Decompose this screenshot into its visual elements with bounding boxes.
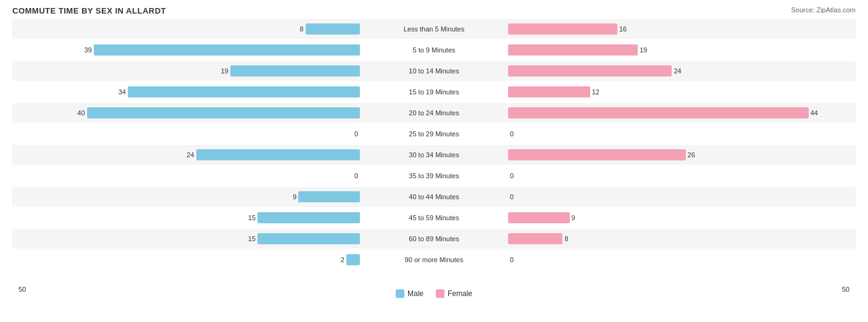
male-bar — [298, 191, 360, 202]
legend-female-label: Female — [448, 289, 472, 298]
chart-row: 10 to 14 Minutes1924 — [12, 61, 856, 81]
male-bar — [257, 212, 360, 223]
female-bar — [508, 44, 638, 56]
male-value: 9 — [293, 193, 296, 200]
chart-container: COMMUTE TIME BY SEX IN ALLARDT Source: Z… — [0, 0, 868, 322]
axis-right-label: 50 — [842, 286, 849, 298]
male-value: 19 — [221, 67, 228, 75]
row-label: 30 to 34 Minutes — [409, 151, 459, 159]
chart-row: Less than 5 Minutes816 — [12, 19, 856, 39]
female-value: 0 — [510, 172, 514, 180]
male-bar — [230, 65, 360, 76]
male-value: 34 — [119, 88, 126, 96]
female-bar — [508, 107, 809, 118]
female-bar — [508, 149, 686, 160]
chart-row: 90 or more Minutes20 — [12, 250, 856, 270]
male-value: 0 — [354, 172, 358, 180]
male-bar — [196, 149, 360, 160]
male-bar — [94, 44, 360, 56]
male-bar — [306, 23, 360, 35]
female-value: 0 — [510, 256, 514, 263]
row-label: 25 to 29 Minutes — [409, 130, 459, 138]
axis-left-label: 50 — [19, 286, 26, 298]
female-bar — [508, 233, 562, 244]
row-label: Less than 5 Minutes — [404, 25, 464, 33]
row-label: 45 to 59 Minutes — [409, 214, 459, 221]
chart-row: 25 to 29 Minutes00 — [12, 124, 856, 144]
female-value: 16 — [619, 25, 627, 33]
legend-male: Male — [396, 289, 424, 298]
legend: Male Female — [396, 289, 472, 298]
row-label: 20 to 24 Minutes — [409, 109, 459, 117]
source-text: Source: ZipAtlas.com — [791, 6, 856, 14]
chart-row: 20 to 24 Minutes4044 — [12, 103, 856, 123]
female-value: 19 — [640, 46, 647, 54]
chart-row: 60 to 89 Minutes158 — [12, 229, 856, 249]
chart-row: 5 to 9 Minutes3919 — [12, 40, 856, 60]
legend-female: Female — [436, 289, 472, 298]
female-value: 0 — [510, 130, 514, 138]
female-bar — [508, 86, 590, 97]
chart-row: 30 to 34 Minutes2426 — [12, 145, 856, 165]
female-value: 26 — [688, 151, 695, 159]
legend-male-box — [396, 289, 404, 298]
row-label: 60 to 89 Minutes — [409, 235, 459, 242]
female-value: 0 — [510, 193, 514, 200]
female-value: 44 — [811, 109, 818, 117]
row-label: 40 to 44 Minutes — [409, 193, 459, 200]
legend-female-box — [436, 289, 444, 298]
male-value: 15 — [248, 235, 256, 242]
male-bar — [128, 86, 360, 97]
female-value: 8 — [564, 235, 568, 242]
male-value: 2 — [341, 256, 344, 263]
female-value: 24 — [674, 67, 681, 75]
male-value: 24 — [186, 151, 194, 159]
chart-title: COMMUTE TIME BY SEX IN ALLARDT — [12, 6, 856, 15]
male-bar — [257, 233, 360, 244]
male-value: 40 — [77, 109, 85, 117]
female-bar — [508, 65, 672, 76]
male-value: 0 — [354, 130, 358, 138]
female-bar — [508, 212, 570, 223]
chart-area: Less than 5 Minutes8165 to 9 Minutes3919… — [12, 19, 856, 284]
chart-row: 45 to 59 Minutes159 — [12, 208, 856, 228]
chart-row: 15 to 19 Minutes3412 — [12, 82, 856, 102]
male-bar — [346, 254, 360, 265]
row-label: 5 to 9 Minutes — [412, 46, 455, 54]
female-bar — [508, 23, 617, 35]
row-label: 35 to 39 Minutes — [409, 172, 459, 180]
chart-row: 35 to 39 Minutes00 — [12, 166, 856, 186]
chart-row: 40 to 44 Minutes90 — [12, 187, 856, 207]
male-bar — [87, 107, 360, 118]
row-label: 90 or more Minutes — [405, 256, 464, 263]
row-label: 15 to 19 Minutes — [409, 88, 459, 96]
row-label: 10 to 14 Minutes — [409, 67, 459, 75]
female-value: 12 — [592, 88, 599, 96]
male-value: 15 — [248, 214, 256, 221]
male-value: 8 — [299, 25, 303, 33]
legend-male-label: Male — [407, 289, 424, 298]
female-value: 9 — [572, 214, 575, 221]
male-value: 39 — [84, 46, 91, 54]
